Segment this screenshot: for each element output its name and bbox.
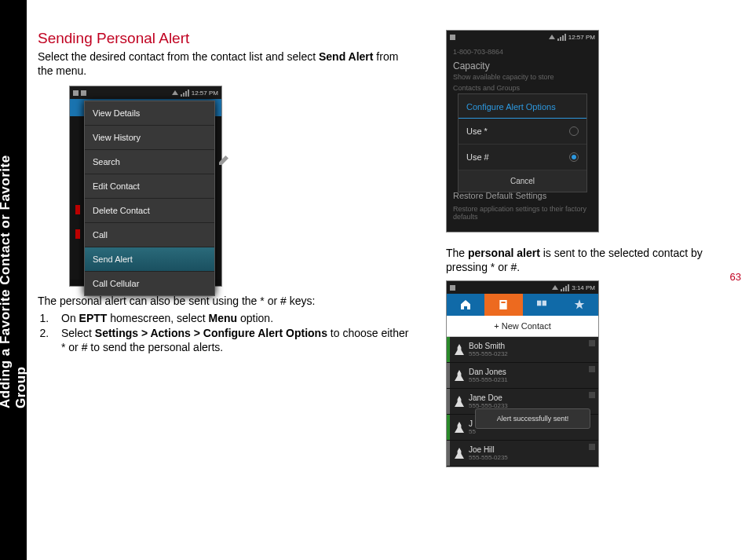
svg-rect-2 — [537, 301, 541, 306]
restore-sub: Restore application settings to their fa… — [447, 203, 598, 222]
context-menu: View Details View History Search Edit Co… — [84, 101, 215, 296]
radio-icon — [569, 126, 579, 136]
option-label: Use # — [466, 152, 489, 162]
signal-icon — [549, 35, 555, 39]
left-column: Sending Personal Alert Select the desire… — [38, 30, 415, 467]
option-label: Use * — [466, 126, 488, 136]
status-right: 12:57 PM — [172, 90, 218, 97]
bars-icon — [557, 34, 566, 41]
presence-bar-icon — [447, 337, 450, 362]
screenshot-configure-alert: 12:57 PM 1-800-703-8864 Capacity Show av… — [446, 30, 599, 232]
t: Select — [61, 327, 95, 339]
tab-favorites[interactable] — [561, 294, 598, 316]
menu-call-label: Call — [93, 230, 108, 240]
person-icon — [455, 422, 464, 433]
status-right: 12:57 PM — [549, 34, 595, 41]
contact-text: Dan Jones555-555-0231 — [469, 368, 508, 383]
menu-view-history[interactable]: View History — [85, 126, 214, 150]
contact-name: Dan Jones — [469, 368, 508, 376]
tab-home[interactable] — [447, 294, 484, 316]
bars-icon — [561, 284, 569, 291]
content-columns: Sending Personal Alert Select the desire… — [38, 30, 729, 467]
contact-text: Joe Hill555-555-0235 — [469, 445, 508, 461]
capacity-title: Capacity — [447, 57, 598, 71]
corner-icon — [589, 366, 595, 372]
menu-view-details[interactable]: View Details — [85, 101, 214, 126]
menu-call[interactable]: Call — [85, 223, 214, 247]
capacity-sub2: Contacts and Groups — [447, 82, 598, 93]
presence-bar-icon — [447, 441, 450, 466]
screenshot-context-menu: 12:57 PM View Details View History Searc… — [69, 86, 415, 287]
option-use-star[interactable]: Use * — [459, 119, 586, 145]
status-bar: 12:57 PM — [447, 31, 598, 43]
contact-row[interactable]: Joe Hill555-555-0235 — [447, 441, 598, 467]
person-icon — [455, 344, 464, 355]
presence-bar-icon — [447, 389, 450, 414]
menu-edit-contact[interactable]: Edit Contact — [85, 174, 214, 199]
contact-number: 555-555-0232 — [469, 350, 508, 357]
steps-list: On EPTT homescreen, select Menu option. … — [52, 312, 415, 355]
t: option. — [237, 312, 273, 324]
t: Settings > Actions > Configure Alert Opt… — [95, 327, 327, 339]
menu-search-label: Search — [93, 157, 120, 167]
menu-search[interactable]: Search — [85, 150, 214, 174]
phone-number-row: 1-800-703-8864 — [447, 46, 598, 57]
restore-title: Restore Default Settings — [447, 188, 598, 203]
below-dialog: Restore Default Settings Restore applica… — [447, 188, 598, 222]
svg-rect-0 — [500, 300, 507, 309]
t: EPTT — [79, 312, 108, 324]
contact-text: Jane Doe555-555-0233 — [469, 393, 508, 409]
contact-number: 555-555-0231 — [469, 376, 508, 383]
star-icon — [573, 298, 586, 311]
tab-bar — [447, 294, 598, 316]
menu-send-alert[interactable]: Send Alert — [85, 247, 214, 272]
tab-contacts[interactable] — [484, 294, 522, 316]
svg-rect-3 — [542, 301, 546, 306]
configure-alert-dialog: Configure Alert Options Use * Use # Canc… — [458, 93, 587, 192]
contact-number: 55 — [469, 428, 476, 435]
menu-call-cellular[interactable]: Call Cellular — [85, 272, 214, 295]
status-bar: 12:57 PM — [70, 86, 221, 99]
status-left-icons — [450, 35, 455, 40]
option-use-hash[interactable]: Use # — [459, 145, 586, 170]
section-heading: Sending Personal Alert — [38, 30, 415, 47]
phone-body: 1-800-703-8864 Capacity Show available c… — [447, 43, 598, 232]
menu-delete-contact[interactable]: Delete Contact — [85, 199, 214, 223]
new-contact-button[interactable]: + New Contact — [447, 316, 598, 337]
home-icon — [459, 298, 472, 311]
phone-frame: 12:57 PM View Details View History Searc… — [69, 86, 222, 287]
contact-name: Jane Doe — [469, 393, 508, 402]
after-menu-text: The personal alert can also be sent usin… — [38, 295, 415, 309]
right-column: 12:57 PM 1-800-703-8864 Capacity Show av… — [446, 30, 729, 467]
contact-text: Bob Smith555-555-0232 — [469, 342, 508, 357]
t: On — [61, 312, 79, 324]
phone-body: View Details View History Search Edit Co… — [70, 99, 221, 280]
intro-text-a: Select the desired contact from the cont… — [38, 50, 319, 63]
status-time: 3:14 PM — [572, 284, 595, 291]
status-left-icons — [73, 90, 86, 96]
contacts-icon — [497, 298, 510, 311]
status-right: 3:14 PM — [552, 284, 595, 291]
person-icon — [455, 448, 464, 459]
tab-groups[interactable] — [523, 294, 561, 316]
step-1: On EPTT homescreen, select Menu option. — [52, 312, 415, 326]
corner-icon — [589, 340, 595, 346]
contact-row[interactable]: Dan Jones555-555-0231 — [447, 363, 598, 389]
t: personal alert — [468, 247, 540, 259]
signal-icon — [172, 90, 178, 95]
contact-number: 555-555-0235 — [469, 454, 508, 461]
intro-bold: Send Alert — [319, 50, 374, 63]
presence-bar-icon — [447, 363, 450, 388]
contact-name: Joe Hill — [469, 445, 508, 454]
svg-rect-1 — [502, 302, 506, 303]
contact-row[interactable]: Bob Smith555-555-0232 — [447, 337, 598, 363]
corner-icon — [589, 392, 595, 398]
intro-paragraph: Select the desired contact from the cont… — [38, 50, 415, 78]
menu-delete-label: Delete Contact — [93, 206, 150, 215]
person-icon — [455, 370, 464, 381]
dialog-title: Configure Alert Options — [459, 94, 586, 119]
status-time: 12:57 PM — [568, 34, 595, 41]
person-icon — [455, 396, 464, 407]
toast-message: Alert successfully sent! — [475, 408, 590, 429]
radio-icon — [569, 152, 579, 162]
